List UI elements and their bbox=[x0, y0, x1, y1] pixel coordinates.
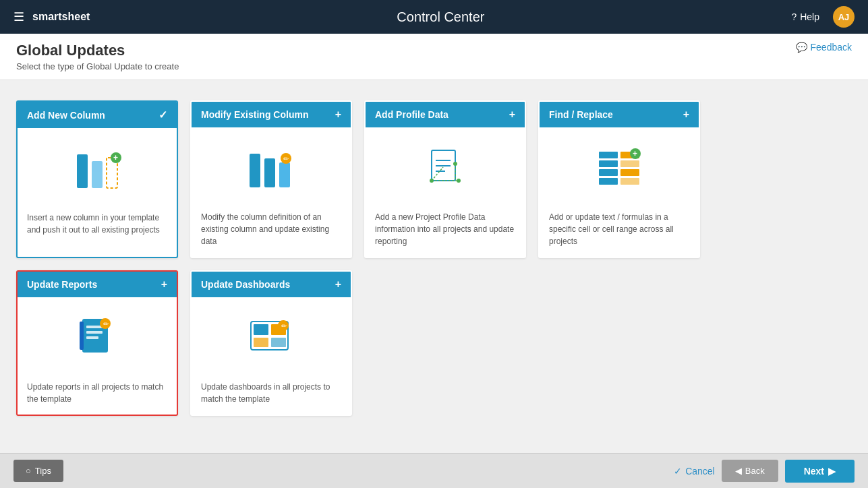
card-find-replace[interactable]: Find / Replace + bbox=[538, 100, 700, 258]
card-icon-find-replace: + bbox=[549, 137, 689, 204]
card-title-update-reports: Update Reports bbox=[27, 279, 97, 290]
card-title-find-replace: Find / Replace bbox=[549, 109, 613, 120]
plus-icon-update-dashboards: + bbox=[335, 278, 341, 291]
page-title: Global Updates bbox=[16, 42, 179, 59]
tips-label: Tips bbox=[35, 466, 51, 476]
card-title-update-dashboards: Update Dashboards bbox=[201, 279, 290, 290]
card-modify-existing-column[interactable]: Modify Existing Column + ✏ Modify the co… bbox=[190, 100, 352, 258]
update-reports-illustration: ✏ bbox=[70, 313, 124, 367]
card-desc-update-dashboards: Update dashboards in all projects to mat… bbox=[201, 381, 341, 405]
help-label: Help bbox=[800, 11, 819, 22]
card-desc-add-profile-data: Add a new Project Profile Data informati… bbox=[375, 211, 515, 247]
cancel-button[interactable]: ✓ Cancel bbox=[674, 466, 715, 477]
card-title-add-profile-data: Add Profile Data bbox=[375, 109, 449, 120]
feedback-button[interactable]: 💬 Feedback bbox=[796, 42, 852, 53]
svg-rect-34 bbox=[86, 336, 98, 339]
plus-icon-find-replace: + bbox=[683, 109, 689, 121]
footer: ○ Tips ✓ Cancel ◀ Back Next ▶ bbox=[0, 453, 868, 488]
card-icon-update-reports: ✏ bbox=[27, 307, 167, 374]
svg-text:✏: ✏ bbox=[281, 322, 287, 330]
svg-rect-31 bbox=[80, 322, 84, 350]
modify-existing-column-illustration: ✏ bbox=[244, 144, 298, 197]
tips-icon: ○ bbox=[26, 466, 31, 476]
add-profile-data-illustration bbox=[418, 144, 472, 197]
card-body-update-reports: ✏ Update reports in all projects to matc… bbox=[18, 297, 177, 415]
card-header-add-profile-data: Add Profile Data + bbox=[366, 102, 525, 127]
svg-rect-40 bbox=[254, 338, 268, 347]
svg-text:✏: ✏ bbox=[283, 155, 289, 162]
add-new-column-illustration: + bbox=[70, 144, 124, 198]
menu-icon[interactable]: ☰ bbox=[13, 9, 24, 24]
plus-icon-modify: + bbox=[335, 109, 341, 121]
svg-rect-23 bbox=[599, 178, 618, 185]
next-button[interactable]: Next ▶ bbox=[785, 460, 855, 483]
svg-line-19 bbox=[432, 167, 443, 181]
svg-text:✏: ✏ bbox=[103, 320, 109, 328]
checkmark-icon: ✓ bbox=[158, 109, 167, 121]
card-header-find-replace: Find / Replace + bbox=[540, 102, 699, 127]
tips-button[interactable]: ○ Tips bbox=[13, 460, 63, 482]
svg-text:+: + bbox=[633, 149, 637, 158]
help-icon: ? bbox=[791, 11, 797, 22]
card-title-add-new-column: Add New Column bbox=[27, 110, 105, 121]
svg-rect-6 bbox=[264, 158, 275, 187]
update-dashboards-illustration: ✏ bbox=[244, 313, 298, 367]
card-body-update-dashboards: ✏ Update dashboards in all projects to m… bbox=[192, 297, 351, 415]
card-icon-modify-existing-column: ✏ bbox=[201, 137, 341, 204]
back-label: Back bbox=[745, 466, 765, 476]
page-heading: Control Center bbox=[90, 9, 791, 25]
svg-rect-7 bbox=[279, 162, 290, 187]
card-update-dashboards[interactable]: Update Dashboards + ✏ bbox=[190, 270, 352, 416]
find-replace-illustration: + bbox=[592, 144, 646, 197]
next-chevron-icon: ▶ bbox=[828, 466, 836, 477]
card-icon-add-new-column: + bbox=[27, 138, 167, 205]
card-update-reports[interactable]: Update Reports + ✏ bbox=[16, 270, 178, 416]
card-icon-add-profile-data bbox=[375, 137, 515, 204]
card-body-add-new-column: + Insert a new column in your template a… bbox=[18, 128, 177, 245]
card-desc-update-reports: Update reports in all projects to match … bbox=[27, 381, 167, 405]
svg-rect-32 bbox=[86, 326, 103, 328]
svg-rect-0 bbox=[77, 154, 88, 188]
cancel-icon: ✓ bbox=[674, 466, 682, 477]
svg-rect-25 bbox=[620, 160, 639, 167]
card-header-update-dashboards: Update Dashboards + bbox=[192, 272, 351, 297]
svg-rect-38 bbox=[254, 324, 268, 335]
back-chevron-icon: ◀ bbox=[735, 466, 742, 476]
card-body-add-profile-data: Add a new Project Profile Data informati… bbox=[366, 127, 525, 257]
page-subtitle: Select the type of Global Update to crea… bbox=[16, 61, 179, 71]
svg-rect-22 bbox=[599, 169, 618, 176]
card-header-update-reports: Update Reports + bbox=[18, 272, 177, 297]
next-label: Next bbox=[804, 466, 824, 477]
svg-rect-20 bbox=[599, 152, 618, 158]
page-header-left: Global Updates Select the type of Global… bbox=[16, 42, 179, 71]
plus-icon-update-reports: + bbox=[161, 278, 167, 291]
svg-rect-41 bbox=[271, 338, 286, 347]
card-header-modify-existing-column: Modify Existing Column + bbox=[192, 102, 351, 127]
page-header: Global Updates Select the type of Global… bbox=[0, 34, 868, 80]
card-add-new-column[interactable]: Add New Column ✓ + bbox=[16, 100, 178, 258]
svg-rect-1 bbox=[92, 161, 103, 188]
header-right: ? Help AJ bbox=[791, 6, 855, 28]
card-desc-find-replace: Add or update text / formulas in a speci… bbox=[549, 211, 689, 247]
svg-rect-5 bbox=[250, 154, 260, 187]
feedback-icon: 💬 bbox=[796, 42, 807, 53]
svg-text:+: + bbox=[113, 153, 118, 162]
svg-rect-21 bbox=[599, 160, 618, 167]
app-logo: smartsheet bbox=[32, 11, 90, 23]
footer-right: ✓ Cancel ◀ Back Next ▶ bbox=[674, 460, 855, 483]
plus-icon-profile: + bbox=[509, 109, 515, 121]
cards-grid: Add New Column ✓ + bbox=[16, 100, 852, 416]
help-button[interactable]: ? Help bbox=[791, 11, 819, 22]
avatar[interactable]: AJ bbox=[833, 6, 855, 28]
main-content: Add New Column ✓ + bbox=[0, 80, 868, 453]
card-header-add-new-column: Add New Column ✓ bbox=[18, 102, 177, 128]
header: ☰ smartsheet Control Center ? Help AJ bbox=[0, 0, 868, 34]
card-add-profile-data[interactable]: Add Profile Data + bbox=[364, 100, 526, 258]
card-body-find-replace: + Add or update text / formulas in a spe… bbox=[540, 127, 699, 257]
card-body-modify-existing-column: ✏ Modify the column definition of an exi… bbox=[192, 127, 351, 257]
back-button[interactable]: ◀ Back bbox=[722, 460, 778, 482]
card-desc-add-new-column: Insert a new column in your template and… bbox=[27, 212, 167, 236]
svg-rect-27 bbox=[620, 178, 639, 185]
cancel-label: Cancel bbox=[685, 466, 715, 477]
feedback-label: Feedback bbox=[811, 42, 852, 53]
